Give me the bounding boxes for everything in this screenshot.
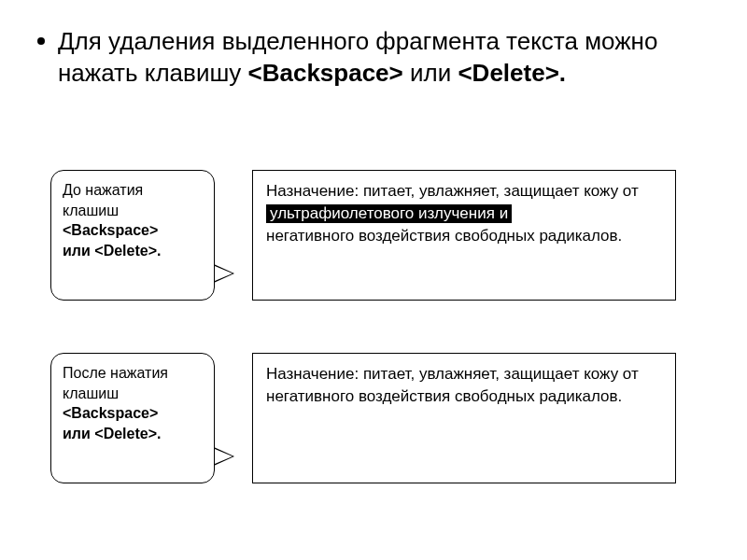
before-key-mid: или [63, 243, 94, 259]
after-text-box: Назначение: питает, увлажняет, защищает … [252, 353, 676, 483]
bullet-dot [37, 37, 45, 45]
after-label-line1: После нажатия клашиш [63, 365, 168, 401]
callout-tail [214, 264, 234, 283]
before-key-delete: <Delete> [94, 243, 157, 259]
selected-text: ультрафиолетового излучения и [266, 204, 512, 223]
before-callout: До нажатия клашиш <Backspace> или <Delet… [50, 170, 215, 301]
key-backspace: <Backspace> [248, 59, 403, 87]
after-key-mid: или [63, 426, 94, 441]
bullet-suffix: . [559, 59, 566, 87]
callout-tail [214, 447, 234, 466]
after-callout: После нажатия клашиш <Backspace> или <De… [50, 353, 215, 483]
before-text-box: Назначение: питает, увлажняет, защищает … [252, 170, 676, 301]
before-text-post: негативного воздействия свободных радика… [266, 227, 622, 245]
before-text-pre: Назначение: питает, увлажняет, защищает … [266, 182, 639, 200]
key-delete: <Delete> [458, 59, 558, 87]
bullet-text: Для удаления выделенного фрагмента текст… [58, 26, 710, 90]
after-text: Назначение: питает, увлажняет, защищает … [266, 365, 639, 405]
after-key-backspace: <Backspace> [63, 405, 158, 421]
after-label-end: . [157, 426, 161, 441]
after-key-delete: <Delete> [94, 426, 157, 441]
before-key-backspace: <Backspace> [63, 222, 158, 238]
main-bullet: Для удаления выделенного фрагмента текст… [37, 26, 710, 90]
slide: Для удаления выделенного фрагмента текст… [0, 0, 747, 560]
before-row: До нажатия клашиш <Backspace> или <Delet… [50, 170, 676, 301]
before-label-end: . [157, 243, 161, 259]
bullet-mid: или [403, 59, 458, 87]
after-row: После нажатия клашиш <Backspace> или <De… [50, 353, 676, 483]
before-label-line1: До нажатия клашиш [63, 182, 143, 218]
